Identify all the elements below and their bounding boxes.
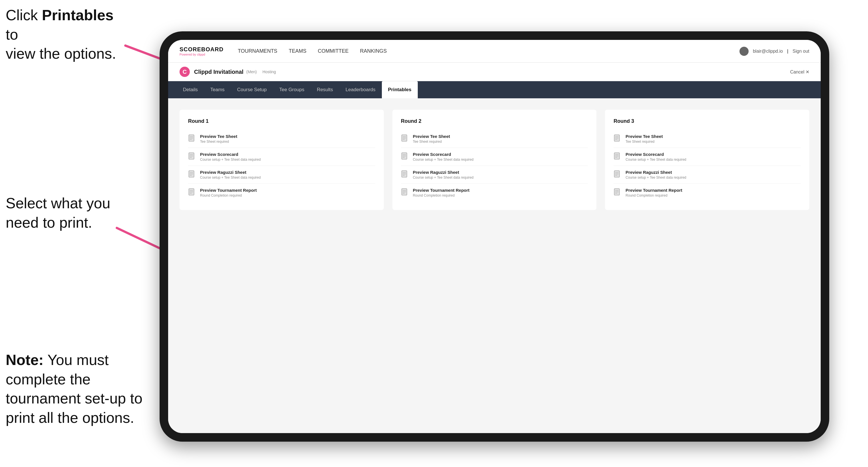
round-3-scorecard-name: Preview Scorecard — [625, 152, 686, 157]
main-content: Round 1 Preview Tee Sheet — [168, 98, 821, 433]
round-1-report-text: Preview Tournament Report Round Completi… — [200, 188, 257, 197]
top-nav-right: blair@clippd.io | Sign out — [740, 47, 809, 56]
round-2-tee-sheet-name: Preview Tee Sheet — [413, 134, 450, 139]
document-icon — [188, 134, 196, 144]
round-1-scorecard-name: Preview Scorecard — [200, 152, 261, 157]
round-3-raguzzi[interactable]: Preview Raguzzi Sheet Course setup + Tee… — [614, 166, 801, 184]
logo-area: SCOREBOARD Powered by clippd — [180, 46, 223, 56]
annotation-top: Click Printables toview the options. — [6, 6, 125, 64]
tab-leaderboards[interactable]: Leaderboards — [339, 81, 382, 98]
round-2-raguzzi[interactable]: Preview Raguzzi Sheet Course setup + Tee… — [401, 166, 588, 184]
round-1-raguzzi[interactable]: Preview Raguzzi Sheet Course setup + Tee… — [188, 166, 375, 184]
document-icon — [401, 188, 409, 197]
round-2-report-name: Preview Tournament Report — [413, 188, 470, 193]
round-1-section: Round 1 Preview Tee Sheet — [180, 110, 384, 210]
round-3-tee-sheet-req: Tee Sheet required — [625, 139, 663, 144]
round-3-scorecard-req: Course setup + Tee Sheet data required — [625, 158, 686, 161]
tab-course-setup[interactable]: Course Setup — [231, 81, 273, 98]
document-icon — [401, 134, 409, 144]
annotation-middle: Select what youneed to print. — [6, 194, 125, 232]
nav-rankings[interactable]: RANKINGS — [360, 47, 387, 56]
document-icon — [401, 170, 409, 180]
round-1-tee-sheet-name: Preview Tee Sheet — [200, 134, 237, 139]
document-icon — [614, 134, 621, 144]
round-1-raguzzi-req: Course setup + Tee Sheet data required — [200, 176, 261, 180]
round-1-report-req: Round Completion required — [200, 193, 257, 197]
round-2-raguzzi-req: Course setup + Tee Sheet data required — [413, 176, 474, 180]
round-1-tee-sheet-text: Preview Tee Sheet Tee Sheet required — [200, 134, 237, 144]
document-icon — [614, 188, 621, 197]
round-3-tee-sheet[interactable]: Preview Tee Sheet Tee Sheet required — [614, 130, 801, 148]
annotation-bottom: Note: You must complete the tournament s… — [6, 350, 148, 427]
document-icon — [188, 188, 196, 197]
round-1-tee-sheet-req: Tee Sheet required — [200, 139, 237, 144]
round-3-raguzzi-req: Course setup + Tee Sheet data required — [625, 176, 686, 180]
round-1-title: Round 1 — [188, 118, 375, 124]
tournament-name: Clippd Invitational — [194, 69, 243, 75]
user-avatar — [740, 47, 749, 56]
tournament-status: Hosting — [262, 69, 276, 74]
round-2-scorecard-req: Course setup + Tee Sheet data required — [413, 158, 474, 161]
round-3-report-req: Round Completion required — [625, 193, 682, 197]
round-2-tournament-report[interactable]: Preview Tournament Report Round Completi… — [401, 184, 588, 201]
rounds-container: Round 1 Preview Tee Sheet — [180, 110, 809, 210]
round-3-tournament-report[interactable]: Preview Tournament Report Round Completi… — [614, 184, 801, 201]
round-2-title: Round 2 — [401, 118, 588, 124]
document-icon — [188, 170, 196, 180]
logo-powered: Powered by clippd — [180, 53, 223, 56]
document-icon — [614, 170, 621, 180]
round-2-tee-sheet[interactable]: Preview Tee Sheet Tee Sheet required — [401, 130, 588, 148]
round-2-report-req: Round Completion required — [413, 193, 470, 197]
round-1-raguzzi-name: Preview Raguzzi Sheet — [200, 170, 261, 175]
logo-title: SCOREBOARD — [180, 46, 223, 53]
round-2-section: Round 2 Preview Tee Sheet — [393, 110, 597, 210]
round-3-raguzzi-name: Preview Raguzzi Sheet — [625, 170, 686, 175]
tournament-logo: C — [180, 67, 190, 77]
document-icon — [614, 152, 621, 161]
round-1-raguzzi-text: Preview Raguzzi Sheet Course setup + Tee… — [200, 170, 261, 180]
round-1-scorecard-req: Course setup + Tee Sheet data required — [200, 158, 261, 161]
tab-tee-groups[interactable]: Tee Groups — [273, 81, 311, 98]
nav-committee[interactable]: COMMITTEE — [318, 47, 348, 56]
tournament-header: C Clippd Invitational (Men) Hosting Canc… — [168, 63, 821, 81]
round-1-tournament-report[interactable]: Preview Tournament Report Round Completi… — [188, 184, 375, 201]
document-icon — [188, 152, 196, 161]
round-3-section: Round 3 Preview Tee Sheet — [605, 110, 809, 210]
round-3-report-name: Preview Tournament Report — [625, 188, 682, 193]
round-1-scorecard-text: Preview Scorecard Course setup + Tee She… — [200, 152, 261, 161]
round-1-report-name: Preview Tournament Report — [200, 188, 257, 193]
separator: | — [787, 49, 788, 54]
round-3-scorecard[interactable]: Preview Scorecard Course setup + Tee She… — [614, 148, 801, 166]
tab-printables[interactable]: Printables — [382, 81, 418, 98]
round-2-scorecard-name: Preview Scorecard — [413, 152, 474, 157]
tournament-badge: (Men) — [246, 69, 257, 74]
round-1-tee-sheet[interactable]: Preview Tee Sheet Tee Sheet required — [188, 130, 375, 148]
top-nav: SCOREBOARD Powered by clippd TOURNAMENTS… — [168, 40, 821, 63]
round-1-scorecard[interactable]: Preview Scorecard Course setup + Tee She… — [188, 148, 375, 166]
tab-bar: Details Teams Course Setup Tee Groups Re… — [168, 81, 821, 98]
round-2-tee-sheet-req: Tee Sheet required — [413, 139, 450, 144]
tab-details[interactable]: Details — [177, 81, 204, 98]
tablet-device: SCOREBOARD Powered by clippd TOURNAMENTS… — [160, 31, 829, 442]
top-nav-links: TOURNAMENTS TEAMS COMMITTEE RANKINGS — [238, 47, 739, 56]
round-3-title: Round 3 — [614, 118, 801, 124]
round-3-tee-sheet-name: Preview Tee Sheet — [625, 134, 663, 139]
round-2-scorecard[interactable]: Preview Scorecard Course setup + Tee She… — [401, 148, 588, 166]
document-icon — [401, 152, 409, 161]
tab-teams[interactable]: Teams — [204, 81, 231, 98]
user-email: blair@clippd.io — [753, 49, 783, 54]
sign-out-link[interactable]: Sign out — [793, 49, 809, 54]
cancel-button[interactable]: Cancel ✕ — [790, 69, 809, 75]
nav-teams[interactable]: TEAMS — [289, 47, 306, 56]
nav-tournaments[interactable]: TOURNAMENTS — [238, 47, 277, 56]
tablet-screen: SCOREBOARD Powered by clippd TOURNAMENTS… — [168, 40, 821, 433]
round-2-raguzzi-name: Preview Raguzzi Sheet — [413, 170, 474, 175]
tab-results[interactable]: Results — [311, 81, 339, 98]
